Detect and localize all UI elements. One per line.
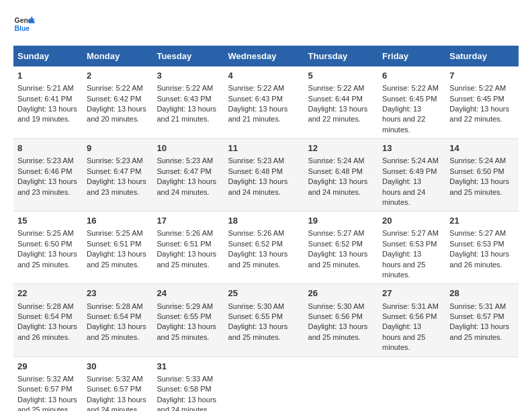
calendar-cell: 14Sunrise: 5:24 AMSunset: 6:50 PMDayligh…: [445, 139, 519, 212]
calendar-cell: 5Sunrise: 5:22 AMSunset: 6:44 PMDaylight…: [304, 66, 378, 139]
sunrise-label: Sunrise: 5:21 AM: [17, 84, 74, 92]
calendar-cell: [445, 357, 519, 411]
day-number: 1: [17, 70, 79, 82]
sunrise-label: Sunrise: 5:31 AM: [382, 302, 439, 310]
daylight-label: Daylight: 13 hours and 23 minutes.: [87, 177, 146, 195]
calendar-cell: 19Sunrise: 5:27 AMSunset: 6:52 PMDayligh…: [304, 212, 378, 284]
day-number: 5: [308, 70, 374, 82]
daylight-label: Daylight: 13 hours and 25 minutes.: [382, 250, 425, 279]
day-number: 6: [382, 70, 441, 82]
calendar-cell: 27Sunrise: 5:31 AMSunset: 6:56 PMDayligh…: [378, 284, 445, 357]
day-number: 14: [449, 142, 515, 154]
sunrise-label: Sunrise: 5:30 AM: [308, 302, 365, 310]
calendar-cell: 9Sunrise: 5:23 AMSunset: 6:47 PMDaylight…: [83, 139, 152, 212]
calendar-cell: 30Sunrise: 5:32 AMSunset: 6:57 PMDayligh…: [83, 357, 152, 411]
daylight-label: Daylight: 13 hours and 25 minutes.: [17, 250, 77, 268]
daylight-label: Daylight: 13 hours and 26 minutes.: [17, 322, 77, 340]
sunset-label: Sunset: 6:52 PM: [228, 240, 283, 248]
sunset-label: Sunset: 6:48 PM: [308, 167, 363, 175]
daylight-label: Daylight: 13 hours and 24 minutes.: [157, 396, 216, 411]
sunrise-label: Sunrise: 5:31 AM: [449, 302, 506, 310]
sunrise-label: Sunrise: 5:24 AM: [382, 156, 439, 165]
sunset-label: Sunset: 6:47 PM: [87, 167, 141, 175]
day-number: 9: [87, 142, 148, 154]
calendar-week-row: 29Sunrise: 5:32 AMSunset: 6:57 PMDayligh…: [13, 357, 519, 411]
daylight-label: Daylight: 13 hours and 24 minutes.: [308, 177, 368, 195]
daylight-label: Daylight: 13 hours and 25 minutes.: [17, 396, 77, 411]
sunset-label: Sunset: 6:43 PM: [157, 95, 211, 103]
day-number: 11: [228, 142, 300, 154]
day-number: 16: [87, 215, 148, 227]
daylight-label: Daylight: 13 hours and 24 minutes.: [87, 396, 146, 411]
sunrise-label: Sunrise: 5:25 AM: [17, 229, 74, 237]
calendar-week-row: 22Sunrise: 5:28 AMSunset: 6:54 PMDayligh…: [13, 284, 519, 357]
daylight-label: Daylight: 13 hours and 22 minutes.: [382, 105, 425, 134]
calendar-cell: 22Sunrise: 5:28 AMSunset: 6:54 PMDayligh…: [13, 284, 83, 357]
header-saturday: Saturday: [445, 46, 519, 66]
sunrise-label: Sunrise: 5:27 AM: [308, 229, 365, 237]
header-friday: Friday: [378, 46, 445, 66]
calendar-table: SundayMondayTuesdayWednesdayThursdayFrid…: [13, 46, 519, 411]
sunset-label: Sunset: 6:57 PM: [17, 385, 72, 393]
calendar-cell: 21Sunrise: 5:27 AMSunset: 6:53 PMDayligh…: [445, 212, 519, 284]
sunrise-label: Sunrise: 5:27 AM: [382, 229, 439, 237]
daylight-label: Daylight: 13 hours and 22 minutes.: [308, 105, 368, 123]
sunrise-label: Sunrise: 5:28 AM: [17, 302, 74, 310]
sunrise-label: Sunrise: 5:22 AM: [382, 84, 439, 92]
sunset-label: Sunset: 6:57 PM: [449, 312, 504, 320]
sunset-label: Sunset: 6:53 PM: [382, 240, 437, 248]
day-number: 7: [449, 70, 515, 82]
sunset-label: Sunset: 6:42 PM: [87, 95, 141, 103]
daylight-label: Daylight: 13 hours and 21 minutes.: [157, 105, 216, 123]
day-number: 27: [382, 287, 441, 300]
header-sunday: Sunday: [13, 46, 83, 66]
sunset-label: Sunset: 6:44 PM: [308, 95, 363, 103]
sunset-label: Sunset: 6:47 PM: [157, 167, 211, 175]
daylight-label: Daylight: 13 hours and 25 minutes.: [228, 250, 288, 268]
day-number: 19: [308, 215, 374, 227]
sunset-label: Sunset: 6:51 PM: [87, 240, 141, 248]
daylight-label: Daylight: 13 hours and 25 minutes.: [87, 250, 146, 268]
daylight-label: Daylight: 13 hours and 25 minutes.: [449, 322, 509, 340]
calendar-cell: 26Sunrise: 5:30 AMSunset: 6:56 PMDayligh…: [304, 284, 378, 357]
sunset-label: Sunset: 6:56 PM: [308, 312, 363, 320]
daylight-label: Daylight: 13 hours and 19 minutes.: [17, 105, 77, 123]
daylight-label: Daylight: 13 hours and 25 minutes.: [157, 322, 216, 340]
sunset-label: Sunset: 6:55 PM: [228, 312, 283, 320]
calendar-cell: 18Sunrise: 5:26 AMSunset: 6:52 PMDayligh…: [224, 212, 304, 284]
calendar-cell: 13Sunrise: 5:24 AMSunset: 6:49 PMDayligh…: [378, 139, 445, 212]
daylight-label: Daylight: 13 hours and 24 minutes.: [228, 177, 288, 195]
day-number: 2: [87, 70, 148, 82]
header-monday: Monday: [83, 46, 152, 66]
calendar-cell: 7Sunrise: 5:22 AMSunset: 6:45 PMDaylight…: [445, 66, 519, 139]
daylight-label: Daylight: 13 hours and 26 minutes.: [449, 250, 509, 268]
day-number: 30: [87, 361, 148, 373]
day-number: 8: [17, 142, 79, 154]
daylight-label: Daylight: 13 hours and 25 minutes.: [308, 250, 368, 268]
header-wednesday: Wednesday: [224, 46, 304, 66]
sunrise-label: Sunrise: 5:32 AM: [17, 375, 74, 383]
daylight-label: Daylight: 13 hours and 25 minutes.: [308, 322, 368, 340]
calendar-cell: 4Sunrise: 5:22 AMSunset: 6:43 PMDaylight…: [224, 66, 304, 139]
calendar-week-row: 15Sunrise: 5:25 AMSunset: 6:50 PMDayligh…: [13, 212, 519, 284]
sunset-label: Sunset: 6:43 PM: [228, 95, 283, 103]
logo: General Blue: [13, 13, 35, 35]
calendar-cell: 2Sunrise: 5:22 AMSunset: 6:42 PMDaylight…: [83, 66, 152, 139]
sunset-label: Sunset: 6:45 PM: [449, 95, 504, 103]
sunset-label: Sunset: 6:50 PM: [449, 167, 504, 175]
sunset-label: Sunset: 6:53 PM: [449, 240, 504, 248]
sunrise-label: Sunrise: 5:25 AM: [87, 229, 143, 237]
day-number: 15: [17, 215, 79, 227]
sunset-label: Sunset: 6:46 PM: [17, 167, 72, 175]
calendar-cell: 20Sunrise: 5:27 AMSunset: 6:53 PMDayligh…: [378, 212, 445, 284]
sunset-label: Sunset: 6:54 PM: [17, 312, 72, 320]
sunrise-label: Sunrise: 5:23 AM: [157, 156, 213, 165]
sunset-label: Sunset: 6:48 PM: [228, 167, 283, 175]
sunrise-label: Sunrise: 5:27 AM: [449, 229, 506, 237]
sunset-label: Sunset: 6:58 PM: [157, 385, 211, 393]
sunset-label: Sunset: 6:49 PM: [382, 167, 437, 175]
day-number: 31: [157, 361, 220, 373]
day-number: 18: [228, 215, 300, 227]
day-number: 22: [17, 287, 79, 300]
calendar-cell: 28Sunrise: 5:31 AMSunset: 6:57 PMDayligh…: [445, 284, 519, 357]
